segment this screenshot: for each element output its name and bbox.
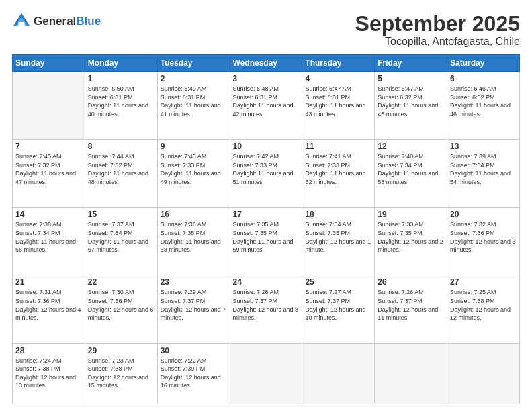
week-row-3: 14Sunrise: 7:38 AMSunset: 7:34 PMDayligh… bbox=[13, 208, 520, 275]
day-number: 4 bbox=[305, 74, 371, 83]
day-number: 17 bbox=[233, 210, 300, 219]
calendar-cell: 12Sunrise: 7:40 AMSunset: 7:34 PMDayligh… bbox=[375, 140, 447, 208]
day-info: Sunrise: 6:50 AMSunset: 6:31 PMDaylight:… bbox=[88, 85, 154, 118]
calendar-cell: 22Sunrise: 7:30 AMSunset: 7:36 PMDayligh… bbox=[85, 275, 157, 343]
day-number: 25 bbox=[305, 277, 371, 287]
day-info: Sunrise: 7:42 AMSunset: 7:33 PMDaylight:… bbox=[233, 152, 300, 186]
logo: GeneralBlue bbox=[12, 12, 101, 31]
day-number: 7 bbox=[15, 142, 82, 151]
day-info: Sunrise: 7:35 AMSunset: 7:35 PMDaylight:… bbox=[233, 220, 300, 254]
logo-text: GeneralBlue bbox=[34, 15, 101, 28]
day-info: Sunrise: 7:43 AMSunset: 7:33 PMDaylight:… bbox=[161, 152, 227, 186]
calendar-cell: 20Sunrise: 7:32 AMSunset: 7:36 PMDayligh… bbox=[447, 208, 520, 275]
day-info: Sunrise: 7:44 AMSunset: 7:32 PMDaylight:… bbox=[88, 152, 154, 186]
calendar-cell bbox=[302, 343, 375, 404]
calendar-cell: 1Sunrise: 6:50 AMSunset: 6:31 PMDaylight… bbox=[85, 72, 157, 140]
calendar-cell: 5Sunrise: 6:47 AMSunset: 6:32 PMDaylight… bbox=[375, 72, 447, 140]
calendar-cell: 27Sunrise: 7:25 AMSunset: 7:38 PMDayligh… bbox=[447, 275, 520, 343]
week-row-4: 21Sunrise: 7:31 AMSunset: 7:36 PMDayligh… bbox=[13, 275, 520, 343]
calendar-cell: 11Sunrise: 7:41 AMSunset: 7:33 PMDayligh… bbox=[302, 140, 375, 208]
day-info: Sunrise: 7:26 AMSunset: 7:37 PMDaylight:… bbox=[378, 288, 444, 322]
day-number: 15 bbox=[88, 210, 154, 219]
day-info: Sunrise: 7:41 AMSunset: 7:33 PMDaylight:… bbox=[305, 152, 371, 186]
day-info: Sunrise: 7:34 AMSunset: 7:35 PMDaylight:… bbox=[305, 220, 371, 254]
day-number: 8 bbox=[88, 142, 154, 151]
calendar-cell: 6Sunrise: 6:46 AMSunset: 6:32 PMDaylight… bbox=[447, 72, 520, 140]
day-number: 29 bbox=[88, 346, 154, 355]
calendar-cell: 8Sunrise: 7:44 AMSunset: 7:32 PMDaylight… bbox=[85, 140, 157, 208]
calendar-cell: 21Sunrise: 7:31 AMSunset: 7:36 PMDayligh… bbox=[13, 275, 85, 343]
calendar-cell: 3Sunrise: 6:48 AMSunset: 6:31 PMDaylight… bbox=[230, 72, 302, 140]
day-info: Sunrise: 7:33 AMSunset: 7:35 PMDaylight:… bbox=[378, 220, 444, 254]
calendar-cell: 24Sunrise: 7:28 AMSunset: 7:37 PMDayligh… bbox=[230, 275, 302, 343]
calendar-header-row: Sunday Monday Tuesday Wednesday Thursday… bbox=[13, 55, 520, 72]
day-info: Sunrise: 7:24 AMSunset: 7:38 PMDaylight:… bbox=[15, 357, 82, 390]
day-info: Sunrise: 7:37 AMSunset: 7:34 PMDaylight:… bbox=[88, 220, 154, 254]
day-info: Sunrise: 7:32 AMSunset: 7:36 PMDaylight:… bbox=[450, 220, 517, 254]
col-thursday: Thursday bbox=[302, 55, 375, 72]
calendar-cell: 13Sunrise: 7:39 AMSunset: 7:34 PMDayligh… bbox=[447, 140, 520, 208]
logo-general-text: General bbox=[34, 15, 76, 28]
col-friday: Friday bbox=[375, 55, 447, 72]
day-number: 18 bbox=[305, 210, 371, 219]
sub-title: Tocopilla, Antofagasta, Chile bbox=[355, 36, 520, 48]
day-number: 10 bbox=[233, 142, 300, 151]
calendar-cell: 30Sunrise: 7:22 AMSunset: 7:39 PMDayligh… bbox=[157, 343, 230, 404]
day-number: 22 bbox=[88, 277, 154, 287]
title-block: September 2025 Tocopilla, Antofagasta, C… bbox=[355, 12, 520, 48]
day-number: 16 bbox=[161, 210, 227, 219]
day-number: 20 bbox=[450, 210, 517, 219]
week-row-1: 1Sunrise: 6:50 AMSunset: 6:31 PMDaylight… bbox=[13, 72, 520, 140]
day-number: 27 bbox=[450, 277, 517, 287]
calendar-cell: 10Sunrise: 7:42 AMSunset: 7:33 PMDayligh… bbox=[230, 140, 302, 208]
day-info: Sunrise: 7:31 AMSunset: 7:36 PMDaylight:… bbox=[15, 288, 82, 322]
day-info: Sunrise: 6:47 AMSunset: 6:32 PMDaylight:… bbox=[378, 85, 444, 118]
week-row-5: 28Sunrise: 7:24 AMSunset: 7:38 PMDayligh… bbox=[13, 343, 520, 404]
calendar-cell: 23Sunrise: 7:29 AMSunset: 7:37 PMDayligh… bbox=[157, 275, 230, 343]
day-number: 12 bbox=[378, 142, 444, 151]
calendar-cell bbox=[447, 343, 520, 404]
day-info: Sunrise: 6:46 AMSunset: 6:32 PMDaylight:… bbox=[450, 85, 517, 118]
page: GeneralBlue September 2025 Tocopilla, An… bbox=[0, 0, 532, 411]
day-number: 1 bbox=[88, 74, 154, 83]
calendar-cell: 18Sunrise: 7:34 AMSunset: 7:35 PMDayligh… bbox=[302, 208, 375, 275]
col-tuesday: Tuesday bbox=[157, 55, 230, 72]
day-number: 14 bbox=[15, 210, 82, 219]
day-info: Sunrise: 7:22 AMSunset: 7:39 PMDaylight:… bbox=[161, 357, 227, 390]
calendar-cell bbox=[13, 72, 85, 140]
week-row-2: 7Sunrise: 7:45 AMSunset: 7:32 PMDaylight… bbox=[13, 140, 520, 208]
col-wednesday: Wednesday bbox=[230, 55, 302, 72]
day-number: 11 bbox=[305, 142, 371, 151]
day-number: 9 bbox=[161, 142, 227, 151]
day-info: Sunrise: 6:47 AMSunset: 6:31 PMDaylight:… bbox=[305, 85, 371, 118]
calendar-cell: 25Sunrise: 7:27 AMSunset: 7:37 PMDayligh… bbox=[302, 275, 375, 343]
calendar-cell: 29Sunrise: 7:23 AMSunset: 7:38 PMDayligh… bbox=[85, 343, 157, 404]
day-info: Sunrise: 7:39 AMSunset: 7:34 PMDaylight:… bbox=[450, 152, 517, 186]
day-number: 21 bbox=[15, 277, 82, 287]
day-info: Sunrise: 6:48 AMSunset: 6:31 PMDaylight:… bbox=[233, 85, 300, 118]
day-info: Sunrise: 7:29 AMSunset: 7:37 PMDaylight:… bbox=[161, 288, 227, 322]
day-info: Sunrise: 7:28 AMSunset: 7:37 PMDaylight:… bbox=[233, 288, 300, 322]
calendar-cell: 16Sunrise: 7:36 AMSunset: 7:35 PMDayligh… bbox=[157, 208, 230, 275]
logo-blue-text: Blue bbox=[76, 15, 101, 28]
calendar-cell: 26Sunrise: 7:26 AMSunset: 7:37 PMDayligh… bbox=[375, 275, 447, 343]
calendar-cell bbox=[230, 343, 302, 404]
col-saturday: Saturday bbox=[447, 55, 520, 72]
day-info: Sunrise: 7:30 AMSunset: 7:36 PMDaylight:… bbox=[88, 288, 154, 322]
logo-icon bbox=[12, 12, 31, 31]
day-info: Sunrise: 7:36 AMSunset: 7:35 PMDaylight:… bbox=[161, 220, 227, 254]
calendar-cell: 14Sunrise: 7:38 AMSunset: 7:34 PMDayligh… bbox=[13, 208, 85, 275]
calendar-cell: 7Sunrise: 7:45 AMSunset: 7:32 PMDaylight… bbox=[13, 140, 85, 208]
day-number: 19 bbox=[378, 210, 444, 219]
calendar-cell: 9Sunrise: 7:43 AMSunset: 7:33 PMDaylight… bbox=[157, 140, 230, 208]
day-number: 24 bbox=[233, 277, 300, 287]
calendar-table: Sunday Monday Tuesday Wednesday Thursday… bbox=[12, 54, 520, 404]
calendar-cell: 4Sunrise: 6:47 AMSunset: 6:31 PMDaylight… bbox=[302, 72, 375, 140]
day-number: 6 bbox=[450, 74, 517, 83]
col-sunday: Sunday bbox=[13, 55, 85, 72]
day-info: Sunrise: 7:27 AMSunset: 7:37 PMDaylight:… bbox=[305, 288, 371, 322]
calendar-cell bbox=[375, 343, 447, 404]
header: GeneralBlue September 2025 Tocopilla, An… bbox=[12, 12, 520, 48]
day-info: Sunrise: 7:23 AMSunset: 7:38 PMDaylight:… bbox=[88, 357, 154, 390]
day-info: Sunrise: 7:25 AMSunset: 7:38 PMDaylight:… bbox=[450, 288, 517, 322]
